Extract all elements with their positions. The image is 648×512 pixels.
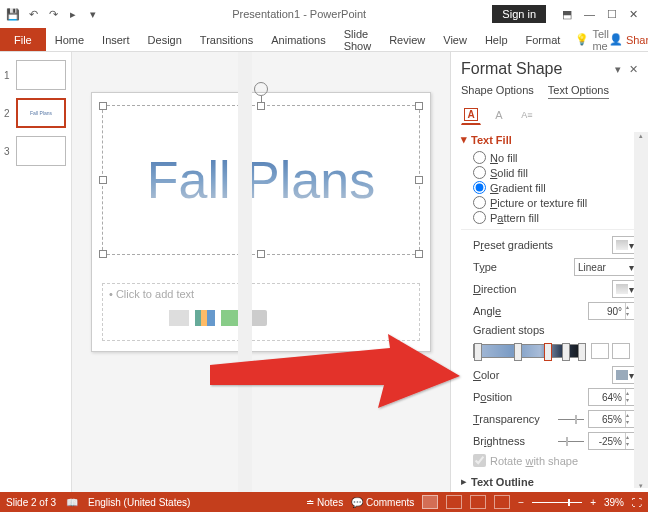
rotate-handle-icon[interactable] bbox=[254, 82, 268, 96]
window-controls: ⬒ — ☐ ✕ bbox=[552, 8, 648, 21]
slide-canvas[interactable]: Fall Plans • Click to add text bbox=[72, 52, 450, 492]
thumbnail-3[interactable]: 3 bbox=[0, 134, 71, 172]
slideshow-view-button[interactable] bbox=[494, 495, 510, 509]
direction-row: Direction▾ bbox=[461, 278, 638, 300]
thumbnail-1[interactable]: 1 bbox=[0, 58, 71, 96]
gradient-fill-radio[interactable]: Gradient fill bbox=[461, 180, 638, 195]
chart-icon[interactable] bbox=[195, 310, 215, 326]
thumb-preview: Fall Plans bbox=[16, 98, 66, 128]
resize-handle[interactable] bbox=[257, 102, 265, 110]
thumb-preview bbox=[16, 136, 66, 166]
normal-view-button[interactable] bbox=[422, 495, 438, 509]
tab-animations[interactable]: Animations bbox=[262, 28, 334, 51]
tab-transitions[interactable]: Transitions bbox=[191, 28, 262, 51]
tab-review[interactable]: Review bbox=[380, 28, 434, 51]
thumbnail-2[interactable]: 2Fall Plans bbox=[0, 96, 71, 134]
resize-handle[interactable] bbox=[257, 250, 265, 258]
maximize-icon[interactable]: ☐ bbox=[607, 8, 617, 21]
language-indicator[interactable]: English (United States) bbox=[88, 497, 190, 508]
reading-view-button[interactable] bbox=[470, 495, 486, 509]
pattern-fill-radio[interactable]: Pattern fill bbox=[461, 210, 638, 225]
text-fill-outline-icon[interactable]: A bbox=[461, 105, 481, 125]
text-effects-icon[interactable]: A bbox=[489, 105, 509, 125]
close-icon[interactable]: ✕ bbox=[629, 8, 638, 21]
gradient-stop[interactable] bbox=[578, 343, 586, 361]
notes-button[interactable]: ≐ Notes bbox=[306, 497, 343, 508]
tab-format[interactable]: Format bbox=[517, 28, 570, 51]
tab-view[interactable]: View bbox=[434, 28, 476, 51]
add-stop-button[interactable] bbox=[591, 343, 609, 359]
panel-scrollbar[interactable]: ▴▾ bbox=[634, 132, 648, 488]
transparency-spinner[interactable]: 65%▴▾ bbox=[588, 410, 638, 428]
sorter-view-button[interactable] bbox=[446, 495, 462, 509]
tab-home[interactable]: Home bbox=[46, 28, 93, 51]
tab-help[interactable]: Help bbox=[476, 28, 517, 51]
start-slideshow-icon[interactable]: ▸ bbox=[64, 5, 82, 23]
resize-handle[interactable] bbox=[415, 102, 423, 110]
resize-handle[interactable] bbox=[415, 250, 423, 258]
gradient-stops-label: Gradient stops bbox=[461, 322, 638, 338]
brightness-spinner[interactable]: -25%▴▾ bbox=[588, 432, 638, 450]
tab-slideshow[interactable]: Slide Show bbox=[335, 28, 381, 51]
gradient-stop-selected[interactable] bbox=[544, 343, 552, 361]
brightness-slider[interactable] bbox=[558, 441, 584, 442]
title-bar: 💾 ↶ ↷ ▸ ▾ Presentation1 - PowerPoint Sig… bbox=[0, 0, 648, 28]
position-spinner[interactable]: 64%▴▾ bbox=[588, 388, 638, 406]
signin-button[interactable]: Sign in bbox=[492, 5, 546, 23]
content-icons bbox=[169, 310, 413, 326]
tab-design[interactable]: Design bbox=[139, 28, 191, 51]
resize-handle[interactable] bbox=[99, 102, 107, 110]
shape-options-tab[interactable]: Shape Options bbox=[461, 84, 534, 99]
resize-handle[interactable] bbox=[415, 176, 423, 184]
vertical-scrollbar[interactable] bbox=[238, 52, 252, 492]
zoom-slider[interactable] bbox=[532, 502, 582, 503]
angle-spinner[interactable]: 90°▴▾ bbox=[588, 302, 638, 320]
ribbon-options-icon[interactable]: ⬒ bbox=[562, 8, 572, 21]
thumb-preview bbox=[16, 60, 66, 90]
no-fill-radio[interactable]: NNo fillo fill bbox=[461, 150, 638, 165]
gradient-stop[interactable] bbox=[514, 343, 522, 361]
gradient-stop[interactable] bbox=[474, 343, 482, 361]
gradient-bar[interactable] bbox=[473, 344, 585, 358]
content-placeholder[interactable]: • Click to add text bbox=[102, 283, 420, 341]
type-dropdown[interactable]: Linear▾ bbox=[574, 258, 638, 276]
picture-fill-radio[interactable]: Picture or texture fill bbox=[461, 195, 638, 210]
zoom-out-button[interactable]: − bbox=[518, 497, 524, 508]
collapse-icon: ▾ bbox=[461, 133, 467, 146]
text-fill-section[interactable]: ▾Text Fill bbox=[461, 133, 638, 146]
solid-fill-radio[interactable]: Solid fill bbox=[461, 165, 638, 180]
title-textbox[interactable]: Fall Plans bbox=[102, 105, 420, 255]
gradient-stop[interactable] bbox=[562, 343, 570, 361]
zoom-in-button[interactable]: + bbox=[590, 497, 596, 508]
resize-handle[interactable] bbox=[99, 250, 107, 258]
save-icon[interactable]: 💾 bbox=[4, 5, 22, 23]
fit-to-window-button[interactable]: ⛶ bbox=[632, 497, 642, 508]
remove-stop-button[interactable] bbox=[612, 343, 630, 359]
textbox-icon[interactable]: A≡ bbox=[517, 105, 537, 125]
text-options-tab[interactable]: Text Options bbox=[548, 84, 609, 99]
table-icon[interactable] bbox=[169, 310, 189, 326]
slide-indicator[interactable]: Slide 2 of 3 bbox=[6, 497, 56, 508]
redo-icon[interactable]: ↷ bbox=[44, 5, 62, 23]
spellcheck-icon[interactable]: 📖 bbox=[66, 497, 78, 508]
panel-close-icon[interactable]: ✕ bbox=[629, 63, 638, 76]
tab-file[interactable]: File bbox=[0, 28, 46, 51]
share-label: Share bbox=[626, 34, 648, 46]
minimize-icon[interactable]: — bbox=[584, 8, 595, 21]
angle-row: Angle90°▴▾ bbox=[461, 300, 638, 322]
tab-insert[interactable]: Insert bbox=[93, 28, 139, 51]
tell-me[interactable]: 💡Tell me bbox=[575, 28, 609, 52]
color-row: Color▾ bbox=[461, 364, 638, 386]
undo-icon[interactable]: ↶ bbox=[24, 5, 42, 23]
preset-gradients-row: Preset gradients▾ bbox=[461, 234, 638, 256]
brightness-row: Brightness-25%▴▾ bbox=[461, 430, 638, 452]
share-button[interactable]: 👤Share bbox=[609, 33, 648, 46]
qat-customize-icon[interactable]: ▾ bbox=[84, 5, 102, 23]
zoom-level[interactable]: 39% bbox=[604, 497, 624, 508]
resize-handle[interactable] bbox=[99, 176, 107, 184]
comments-button[interactable]: 💬 Comments bbox=[351, 497, 414, 508]
transparency-slider[interactable] bbox=[558, 419, 584, 420]
panel-menu-icon[interactable]: ▾ bbox=[615, 63, 621, 76]
gradient-stops-bar[interactable] bbox=[473, 341, 638, 361]
text-outline-section[interactable]: ▸Text Outline bbox=[461, 475, 638, 488]
